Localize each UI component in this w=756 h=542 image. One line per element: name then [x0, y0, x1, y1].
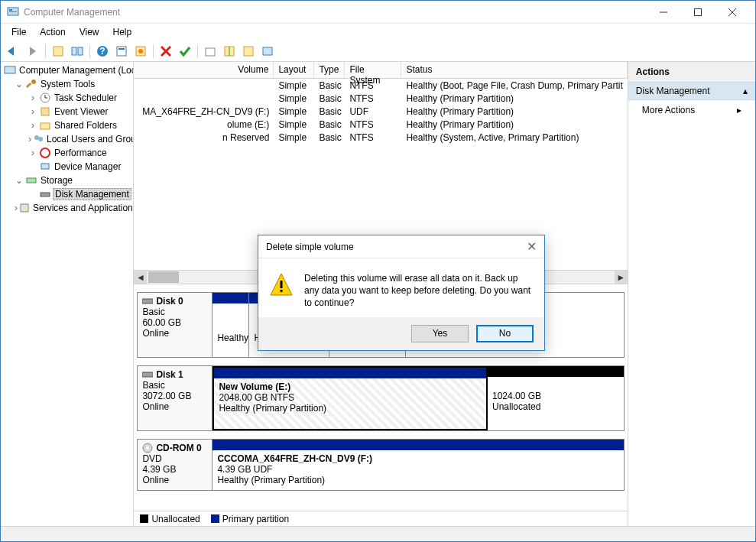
actions-more[interactable]: More Actions ▸	[628, 100, 755, 120]
tools-icon	[25, 78, 37, 90]
disk-row-1[interactable]: Disk 1 Basic 3072.00 GB Online New Volum…	[137, 365, 624, 431]
disk-icon	[142, 297, 153, 305]
vol-status: Healthy (Primary Partition)	[401, 106, 627, 117]
cd-p0-title: CCCOMA_X64FRE_ZH-CN_DV9 (F:)	[217, 453, 618, 464]
volume-row[interactable]: MA_X64FRE_ZH-CN_DV9 (F:)SimpleBasicUDFHe…	[134, 105, 627, 118]
legend: Unallocated Primary partition	[134, 511, 627, 526]
dialog-title: Delete simple volume	[266, 242, 527, 252]
tree-local-users[interactable]: › Local Users and Groups	[1, 132, 133, 146]
minimize-button[interactable]	[646, 1, 680, 23]
legend-unalloc-label: Unallocated	[151, 514, 200, 524]
actions-section-diskmgmt[interactable]: Disk Management ▴	[628, 83, 755, 100]
tree-performance[interactable]: › Performance	[1, 146, 133, 160]
storage-icon	[25, 174, 37, 187]
svg-rect-42	[281, 290, 283, 292]
header-volume[interactable]: Volume	[134, 62, 274, 78]
maximize-button[interactable]	[680, 1, 715, 23]
dialog-close-icon[interactable]: ✕	[527, 239, 537, 254]
help-button[interactable]: ?	[94, 43, 111, 60]
vol-type: Basic	[314, 119, 345, 130]
delete-button[interactable]	[157, 43, 174, 60]
tree-event-label: Event Viewer	[53, 106, 109, 117]
disk1-p1-line3: Unallocated	[492, 401, 619, 412]
volume-row[interactable]: n ReservedSimpleBasicNTFSHealthy (System…	[134, 131, 627, 144]
dialog-message: Deleting this volume will erase all data…	[304, 272, 534, 310]
tree-shared-folders[interactable]: › Shared Folders	[1, 118, 133, 132]
caret-right-icon: ›	[28, 148, 37, 158]
caret-down-icon: ⌄	[15, 175, 24, 186]
close-button[interactable]	[715, 1, 749, 23]
disk-info-0: Disk 0 Basic 60.00 GB Online	[138, 293, 213, 357]
chevron-right-icon: ▸	[737, 105, 741, 115]
menu-view[interactable]: View	[73, 25, 105, 39]
toolbar-btn-d[interactable]	[259, 43, 276, 60]
computer-icon	[4, 64, 16, 76]
caret-right-icon: ›	[28, 134, 31, 144]
tree-device-manager[interactable]: Device Manager	[1, 160, 133, 174]
yes-button[interactable]: Yes	[411, 325, 469, 342]
vol-fs: NTFS	[345, 93, 401, 104]
titlebar: Computer Management	[1, 1, 755, 24]
dialog-buttons: Yes No	[258, 317, 544, 350]
svg-rect-4	[694, 8, 701, 15]
disk0-status: Online	[142, 328, 207, 339]
volume-row[interactable]: SimpleBasicNTFSHealthy (Primary Partitio…	[134, 92, 627, 105]
toolbar-btn-a[interactable]	[202, 43, 219, 60]
properties-button[interactable]	[69, 43, 86, 60]
tree-root[interactable]: Computer Management (Local	[1, 63, 133, 77]
tree-task-label: Task Scheduler	[53, 92, 118, 103]
scroll-thumb[interactable]	[148, 271, 179, 283]
tree-task-scheduler[interactable]: › Task Scheduler	[1, 91, 133, 105]
settings-button[interactable]	[132, 43, 149, 60]
vol-fs: UDF	[345, 106, 401, 117]
check-button[interactable]	[177, 43, 193, 60]
volume-row[interactable]: SimpleBasicNTFSHealthy (Boot, Page File,…	[134, 79, 627, 92]
scroll-right-icon[interactable]: ►	[615, 271, 628, 284]
toolbar-btn-b[interactable]	[221, 43, 238, 60]
disk1-part0-selected[interactable]: New Volume (E:) 2048.00 GB NTFS Healthy …	[213, 366, 488, 430]
tree-services[interactable]: › Services and Applications	[1, 201, 133, 215]
svg-rect-2	[9, 11, 17, 12]
tree-diskmgmt-label: Disk Management	[53, 188, 131, 200]
vol-status: Healthy (Boot, Page File, Crash Dump, Pr…	[401, 80, 627, 91]
header-layout[interactable]: Layout	[274, 62, 314, 78]
tree-disk-management[interactable]: Disk Management	[1, 187, 133, 201]
tree-storage[interactable]: ⌄ Storage	[1, 174, 133, 187]
disk-row-cdrom[interactable]: CD-ROM 0 DVD 4.39 GB Online CCCOMA_X64FR…	[137, 439, 624, 491]
header-filesystem[interactable]: File System	[345, 62, 401, 78]
vol-layout: Simple	[274, 106, 314, 117]
toolbar-separator	[197, 44, 198, 58]
scroll-left-icon[interactable]: ◄	[134, 271, 147, 284]
menu-help[interactable]: Help	[107, 25, 138, 39]
svg-rect-18	[206, 48, 215, 56]
legend-square-blue	[211, 514, 219, 523]
show-hide-tree-button[interactable]	[50, 43, 67, 60]
header-type[interactable]: Type	[314, 62, 345, 78]
svg-rect-28	[41, 123, 50, 129]
vol-layout: Simple	[274, 119, 314, 130]
disk1-status: Online	[142, 401, 207, 412]
tree-system-tools[interactable]: ⌄ System Tools	[1, 77, 133, 91]
caret-down-icon: ⌄	[15, 79, 24, 89]
disk0-part0[interactable]: Healthy	[213, 293, 249, 357]
disk1-type: Basic	[142, 380, 207, 391]
forward-button[interactable]	[24, 43, 41, 60]
menu-file[interactable]: File	[5, 25, 32, 39]
tree-event-viewer[interactable]: › Event Viewer	[1, 105, 133, 118]
disk1-title: Disk 1	[156, 369, 183, 380]
volume-row[interactable]: olume (E:)SimpleBasicNTFSHealthy (Primar…	[134, 118, 627, 131]
no-button[interactable]: No	[476, 325, 534, 342]
cd-part0[interactable]: CCCOMA_X64FRE_ZH-CN_DV9 (F:) 4.39 GB UDF…	[213, 440, 623, 490]
disk1-part1[interactable]: 1024.00 GB Unallocated	[488, 366, 624, 430]
menu-action[interactable]: Action	[34, 25, 71, 39]
svg-rect-27	[41, 108, 49, 115]
cd-partitions: CCCOMA_X64FRE_ZH-CN_DV9 (F:) 4.39 GB UDF…	[213, 440, 623, 490]
services-icon	[19, 202, 30, 214]
vol-fs: NTFS	[345, 119, 401, 130]
back-button[interactable]	[5, 43, 22, 60]
refresh-button[interactable]	[113, 43, 130, 60]
svg-rect-7	[54, 47, 63, 56]
toolbar-btn-c[interactable]	[240, 43, 257, 60]
header-status[interactable]: Status	[401, 62, 627, 78]
svg-rect-12	[117, 47, 126, 56]
